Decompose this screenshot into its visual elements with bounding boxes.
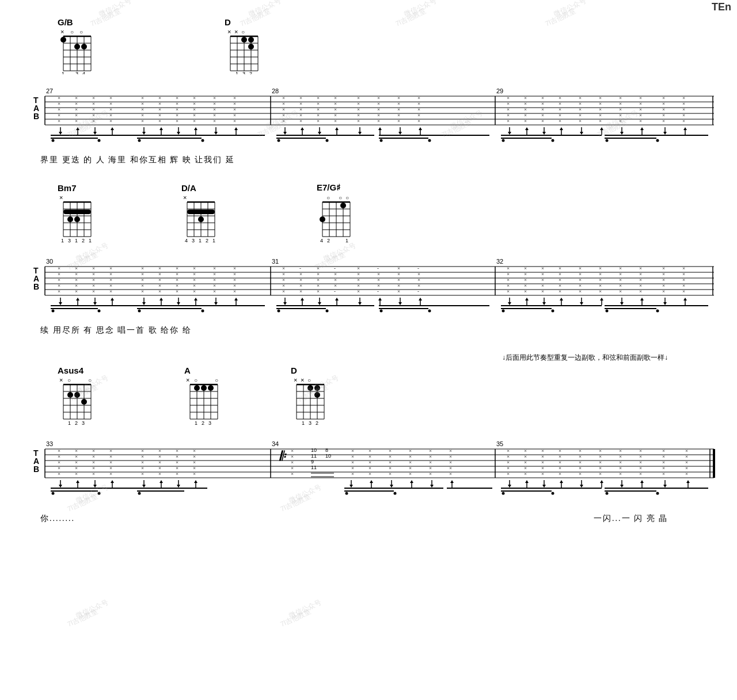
svg-text:×: ×	[541, 288, 544, 294]
svg-text:×: ×	[233, 101, 236, 106]
lyrics-row1: 界里 更迭 的 人 海里 和你互相 辉 映 让我们 延	[23, 155, 714, 165]
svg-text:×: ×	[141, 448, 144, 454]
svg-text:×: ×	[662, 283, 665, 288]
svg-text:×: ×	[524, 448, 527, 454]
svg-text:×: ×	[58, 465, 60, 471]
svg-text:×: ×	[141, 288, 144, 294]
svg-text:×: ×	[193, 112, 196, 118]
svg-text:×: ×	[397, 288, 400, 294]
svg-text:×: ×	[193, 283, 196, 288]
svg-text:×: ×	[662, 459, 665, 465]
svg-marker-119	[142, 132, 146, 135]
chord-e7gs: E7/G♯ ○ ○ ○	[317, 182, 360, 245]
svg-text:-: -	[377, 265, 379, 271]
chord-gb-diagram: × ○ ○	[58, 28, 98, 74]
svg-text:×: ×	[109, 265, 112, 271]
svg-text:×: ×	[682, 112, 685, 118]
svg-marker-257	[663, 132, 667, 135]
svg-text:×: ×	[75, 118, 78, 124]
svg-text:×: ×	[299, 112, 302, 118]
svg-text:×: ×	[75, 459, 78, 465]
svg-marker-698	[111, 480, 114, 483]
svg-text:×: ×	[299, 106, 302, 112]
svg-text:×: ×	[109, 465, 112, 471]
svg-text:×: ×	[92, 118, 95, 124]
lyrics-row3-left: 你........	[40, 513, 75, 524]
svg-text:×: ×	[559, 101, 561, 106]
svg-text:×: ×	[282, 95, 285, 101]
svg-text:×: ×	[92, 271, 95, 277]
svg-text:4: 4	[82, 71, 85, 74]
svg-text:×: ×	[599, 112, 602, 118]
svg-text:×: ×	[507, 112, 510, 118]
svg-text:×: ×	[59, 194, 63, 201]
svg-marker-129	[234, 127, 238, 130]
svg-text:×: ×	[541, 459, 544, 465]
svg-text:×: ×	[619, 106, 622, 112]
svg-text:×: ×	[579, 271, 582, 277]
svg-text:○: ○	[339, 195, 342, 201]
svg-text:×: ×	[619, 454, 622, 459]
svg-text:×: ×	[559, 459, 561, 465]
svg-text:×: ×	[368, 471, 371, 477]
svg-point-133	[202, 139, 204, 142]
svg-text:×: ×	[559, 283, 561, 288]
svg-text:×: ×	[193, 101, 196, 106]
svg-text:×: ×	[92, 106, 95, 112]
svg-text:×: ×	[75, 271, 78, 277]
svg-text:×: ×	[559, 265, 561, 271]
svg-text:×: ×	[619, 265, 622, 271]
svg-text:×: ×	[579, 471, 582, 477]
svg-text:𝄆: 𝄆	[279, 449, 287, 463]
chord-gb: G/B × ○ ○	[58, 17, 98, 74]
svg-marker-547	[580, 302, 583, 305]
svg-text:×: ×	[58, 459, 60, 465]
svg-text:×: ×	[351, 454, 354, 459]
svg-text:×: ×	[579, 265, 582, 271]
svg-text:×: ×	[299, 101, 302, 106]
svg-marker-263	[600, 127, 603, 130]
svg-text:○: ○	[79, 29, 83, 35]
svg-point-584	[67, 392, 73, 398]
svg-text:×: ×	[193, 459, 196, 465]
svg-text:×: ×	[682, 118, 685, 124]
svg-marker-553	[525, 298, 529, 300]
svg-text:×: ×	[429, 454, 432, 459]
svg-marker-417	[194, 298, 197, 300]
svg-text:×: ×	[507, 271, 510, 277]
svg-text:×: ×	[109, 101, 112, 106]
svg-text:×: ×	[317, 112, 320, 118]
svg-text:×: ×	[449, 459, 452, 465]
svg-marker-469	[283, 302, 287, 305]
svg-point-36	[248, 44, 254, 50]
svg-marker-826	[580, 485, 583, 488]
svg-text:×: ×	[58, 277, 60, 283]
svg-text:×: ×	[524, 454, 527, 459]
svg-text:×: ×	[357, 101, 360, 106]
svg-text:1: 1	[212, 238, 215, 244]
svg-marker-830	[663, 485, 667, 488]
svg-text:×: ×	[176, 112, 178, 118]
svg-text:2: 2	[202, 420, 204, 426]
svg-text:×: ×	[682, 277, 685, 283]
svg-text:×: ×	[429, 465, 432, 471]
svg-text:×: ×	[368, 448, 371, 454]
svg-text:×: ×	[176, 471, 178, 477]
svg-text:×: ×	[109, 283, 112, 288]
svg-text:×: ×	[599, 459, 602, 465]
svg-text:×: ×	[109, 106, 112, 112]
svg-marker-838	[640, 480, 644, 483]
svg-text:×: ×	[389, 471, 392, 477]
svg-point-568	[606, 310, 609, 313]
svg-marker-175	[283, 132, 287, 135]
svg-text:○: ○	[88, 377, 92, 383]
svg-text:×: ×	[301, 376, 304, 383]
svg-marker-255	[620, 132, 624, 135]
svg-text:×: ×	[92, 454, 95, 459]
svg-text:×: ×	[639, 106, 642, 112]
svg-text:×: ×	[639, 288, 642, 294]
svg-text:×: ×	[109, 118, 112, 124]
svg-text:×: ×	[75, 265, 78, 271]
svg-marker-694	[177, 485, 180, 488]
svg-text:×: ×	[357, 95, 360, 101]
